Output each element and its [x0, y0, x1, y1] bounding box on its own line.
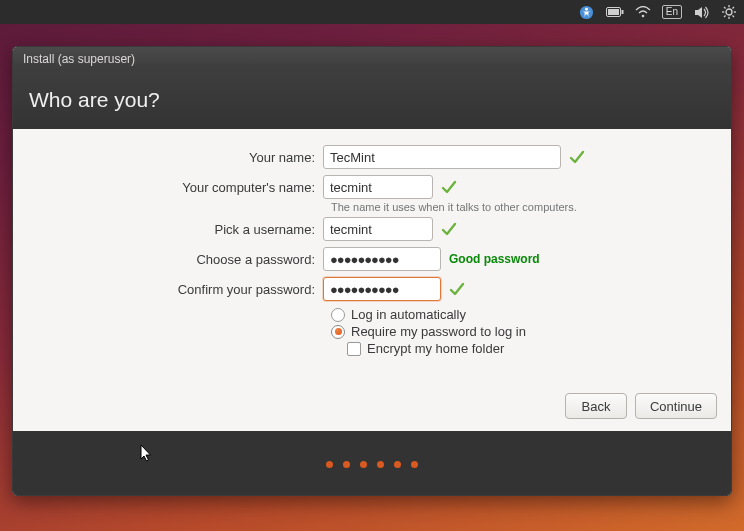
page-title: Who are you?	[29, 88, 160, 112]
continue-button[interactable]: Continue	[635, 393, 717, 419]
login-options: Log in automatically Require my password…	[331, 307, 731, 356]
form-area: Your name: Your computer's name: The nam…	[13, 129, 731, 431]
installer-window: Install (as superuser) Who are you? Your…	[12, 46, 732, 496]
name-label: Your name:	[13, 150, 323, 165]
password-input[interactable]	[323, 247, 441, 271]
radio-require-password[interactable]: Require my password to log in	[331, 324, 731, 339]
battery-icon[interactable]	[606, 3, 624, 21]
svg-rect-3	[621, 10, 623, 14]
progress-dot	[394, 461, 401, 468]
svg-point-5	[641, 15, 644, 18]
progress-dot	[343, 461, 350, 468]
nav-buttons: Back Continue	[565, 393, 717, 419]
svg-line-11	[724, 7, 726, 9]
radio-icon	[331, 325, 345, 339]
radio-label: Require my password to log in	[351, 324, 526, 339]
password-label: Choose a password:	[13, 252, 323, 267]
checkbox-icon	[347, 342, 361, 356]
check-icon	[449, 281, 465, 297]
window-title: Install (as superuser)	[23, 52, 135, 66]
progress-footer	[13, 431, 731, 496]
checkbox-encrypt-home[interactable]: Encrypt my home folder	[347, 341, 731, 356]
gear-icon[interactable]	[720, 3, 738, 21]
progress-dot	[360, 461, 367, 468]
svg-line-14	[733, 7, 735, 9]
svg-point-1	[585, 7, 588, 10]
check-icon	[569, 149, 585, 165]
window-titlebar: Install (as superuser)	[13, 47, 731, 71]
network-icon[interactable]	[634, 3, 652, 21]
checkbox-label: Encrypt my home folder	[367, 341, 504, 356]
progress-dot	[377, 461, 384, 468]
svg-rect-4	[608, 9, 619, 15]
progress-dots	[326, 461, 418, 468]
svg-point-6	[726, 9, 732, 15]
username-input[interactable]	[323, 217, 433, 241]
name-input[interactable]	[323, 145, 561, 169]
confirm-password-input[interactable]	[323, 277, 441, 301]
computer-name-hint: The name it uses when it talks to other …	[331, 201, 731, 213]
computer-name-label: Your computer's name:	[13, 180, 323, 195]
page-header: Who are you?	[13, 71, 731, 129]
check-icon	[441, 179, 457, 195]
svg-line-13	[724, 16, 726, 18]
accessibility-icon[interactable]	[578, 3, 596, 21]
volume-icon[interactable]	[692, 3, 710, 21]
svg-line-12	[733, 16, 735, 18]
radio-auto-login[interactable]: Log in automatically	[331, 307, 731, 322]
system-topbar: En	[0, 0, 744, 24]
back-button[interactable]: Back	[565, 393, 627, 419]
keyboard-lang-indicator[interactable]: En	[662, 5, 682, 19]
radio-label: Log in automatically	[351, 307, 466, 322]
progress-dot	[411, 461, 418, 468]
radio-icon	[331, 308, 345, 322]
computer-name-input[interactable]	[323, 175, 433, 199]
confirm-password-label: Confirm your password:	[13, 282, 323, 297]
password-strength: Good password	[449, 252, 540, 266]
progress-dot	[326, 461, 333, 468]
username-label: Pick a username:	[13, 222, 323, 237]
check-icon	[441, 221, 457, 237]
